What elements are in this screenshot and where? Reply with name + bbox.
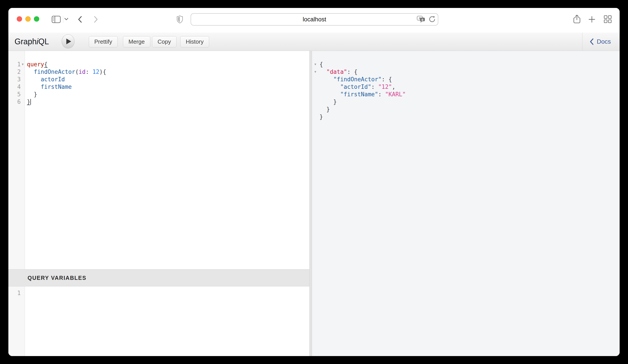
- code-token: query: [27, 61, 44, 68]
- code-token: "firstName": [340, 91, 378, 98]
- code-line: 3 actorId: [8, 75, 309, 83]
- code-token: findOneActor: [34, 69, 75, 75]
- copy-button[interactable]: Copy: [152, 36, 176, 47]
- code-token: [27, 69, 34, 75]
- line-number: 6: [8, 98, 21, 106]
- code-text: "findOneActor": {: [319, 75, 392, 83]
- code-line: ▾ "data": {: [312, 68, 620, 75]
- code-token: "actorId": [340, 83, 371, 90]
- line-number: 4: [8, 83, 21, 90]
- graphiql-logo: GraphiQL: [14, 33, 49, 51]
- zoom-window-button[interactable]: [34, 16, 39, 22]
- address-bar[interactable]: localhost A 文: [191, 13, 438, 26]
- code-text: query{: [27, 61, 48, 68]
- code-token: "data": [326, 69, 347, 75]
- code-token: ,: [392, 83, 395, 90]
- code-token: actorId: [41, 76, 65, 83]
- chevron-left-icon: [590, 38, 594, 45]
- fold-gutter: [21, 75, 25, 83]
- fold-arrow-icon[interactable]: ▾: [313, 68, 318, 75]
- line-number: 1: [8, 289, 21, 297]
- docs-link[interactable]: Docs: [588, 33, 612, 51]
- code-line: 4 firstName: [8, 83, 309, 90]
- fold-gutter: [21, 289, 25, 297]
- code-token: "findOneActor": [333, 76, 382, 83]
- query-editor[interactable]: 1▾query{2 findOneActor(id: 12){3 actorId…: [8, 51, 309, 269]
- code-token: }: [319, 98, 337, 105]
- privacy-report-button[interactable]: [177, 15, 183, 23]
- browser-window: localhost A 文: [8, 8, 620, 356]
- code-line: 1: [8, 289, 309, 297]
- code-text: findOneActor(id: 12){: [27, 68, 106, 75]
- play-icon: [65, 38, 71, 45]
- plus-icon: [588, 16, 595, 23]
- back-arrow-icon: [78, 16, 82, 23]
- url-text: localhost: [303, 16, 326, 23]
- pane-resize-handle[interactable]: [309, 51, 312, 356]
- code-token: [319, 69, 326, 75]
- new-tab-button[interactable]: [588, 16, 595, 23]
- fold-arrow-icon[interactable]: ▾: [313, 61, 318, 68]
- code-token: }: [319, 106, 330, 113]
- line-number: 1: [8, 61, 21, 68]
- history-button[interactable]: History: [180, 36, 209, 47]
- result-viewer[interactable]: ▾{▾ "data": { "findOneActor": { "actorId…: [312, 51, 620, 356]
- code-text: actorId: [27, 75, 65, 83]
- code-line: 6}: [8, 98, 309, 106]
- code-token: [27, 83, 41, 90]
- translate-button[interactable]: A 文: [416, 16, 426, 23]
- minimize-window-button[interactable]: [25, 16, 31, 22]
- fold-gutter: [21, 83, 25, 90]
- sidebar-menu-button[interactable]: [64, 18, 68, 21]
- code-token: (: [75, 69, 79, 75]
- code-line: "findOneActor": {: [312, 75, 620, 83]
- svg-text:文: 文: [421, 18, 424, 21]
- close-window-button[interactable]: [17, 16, 22, 22]
- code-token: [27, 76, 41, 83]
- code-line: "actorId": "12",: [312, 83, 620, 90]
- code-token: : {: [382, 76, 392, 83]
- code-text: firstName: [27, 83, 72, 90]
- code-token: "KARL": [385, 91, 406, 98]
- code-token: id: [79, 69, 85, 75]
- code-line: 1▾query{: [8, 61, 309, 68]
- code-token: [319, 91, 340, 98]
- code-line: 5 }: [8, 90, 309, 98]
- tab-overview-button[interactable]: [604, 15, 612, 23]
- code-text: }: [27, 98, 31, 106]
- sidebar-toggle-button[interactable]: [52, 15, 61, 23]
- translate-icon: A 文: [416, 16, 426, 23]
- variables-editor[interactable]: 1: [8, 287, 309, 356]
- shield-icon: [177, 15, 183, 23]
- code-line: "firstName": "KARL": [312, 90, 620, 98]
- query-variables-title: QUERY VARIABLES: [28, 275, 86, 281]
- reload-icon: [429, 16, 436, 23]
- code-text: }: [27, 90, 37, 98]
- code-text: "firstName": "KARL": [319, 90, 406, 98]
- back-button[interactable]: [78, 16, 82, 23]
- share-button[interactable]: [573, 14, 581, 24]
- forward-arrow-icon: [94, 16, 98, 23]
- fold-arrow-icon[interactable]: ▾: [21, 61, 25, 68]
- prettify-button[interactable]: Prettify: [89, 36, 118, 47]
- browser-chrome: localhost A 文: [8, 8, 620, 33]
- line-number: 2: [8, 68, 21, 75]
- merge-button[interactable]: Merge: [123, 36, 150, 47]
- code-token: ){: [99, 69, 106, 75]
- code-line: }: [312, 98, 620, 106]
- execute-query-button[interactable]: [62, 34, 75, 49]
- fold-gutter: [313, 98, 318, 106]
- code-token: 12: [92, 69, 99, 75]
- code-token: {: [319, 61, 323, 68]
- line-number: 5: [8, 90, 21, 98]
- share-icon: [573, 14, 581, 24]
- code-text: {: [319, 61, 323, 68]
- code-token: [319, 76, 333, 83]
- forward-button[interactable]: [94, 16, 98, 23]
- reload-button[interactable]: [429, 16, 436, 23]
- fold-gutter: [21, 68, 25, 75]
- code-token: }: [319, 113, 323, 120]
- query-variables-header[interactable]: QUERY VARIABLES: [8, 269, 309, 287]
- code-token: firstName: [41, 83, 72, 90]
- code-line: }: [312, 113, 620, 121]
